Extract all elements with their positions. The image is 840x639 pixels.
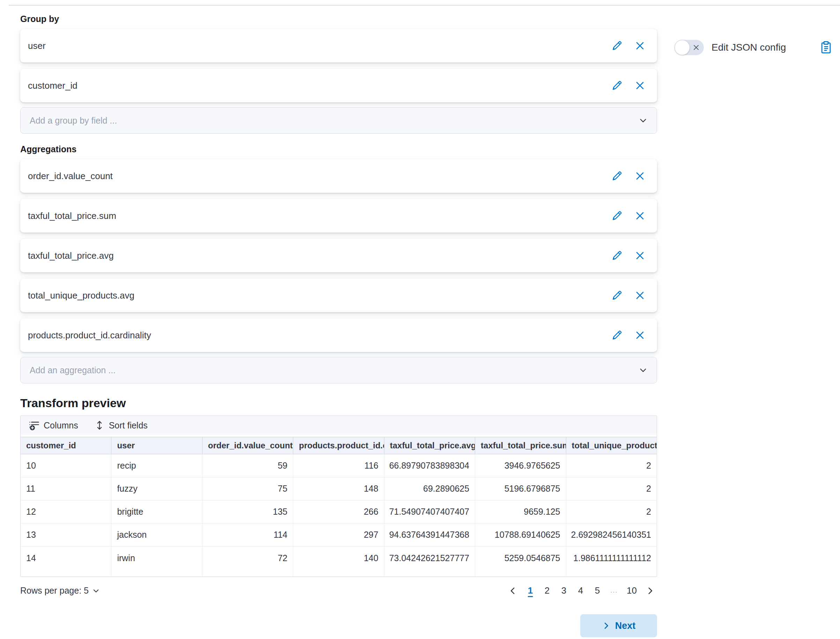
cell-unique-products-avg: 2.692982456140351 [566, 523, 657, 546]
group-by-list: user customer_id [20, 29, 657, 102]
cell-customer-id: 14 [21, 547, 111, 569]
sort-icon [94, 420, 105, 431]
toggle-off-x-icon [692, 44, 700, 51]
cell-price-sum: 5259.0546875 [475, 547, 566, 569]
cell-product-cardinality: 148 [293, 477, 384, 500]
cell-user: irwin [111, 547, 202, 569]
grid-header-row: customer_id user order_id.value_count pr… [21, 437, 657, 454]
field-label: taxful_total_price.sum [28, 211, 612, 221]
field-label: user [28, 40, 612, 51]
add-aggregation-select[interactable]: Add an aggregation ... [20, 357, 657, 383]
pagination-pages: 1 2 3 4 5 ... 10 [524, 583, 639, 598]
sort-fields-button-label: Sort fields [109, 420, 148, 431]
sort-fields-button[interactable]: Sort fields [94, 420, 148, 431]
section-divider [9, 5, 840, 6]
column-header[interactable]: order_id.value_count [203, 437, 293, 454]
copy-to-clipboard-icon[interactable] [819, 41, 833, 54]
pagination-page[interactable]: 4 [574, 583, 587, 598]
chevron-down-icon [638, 116, 648, 125]
cell-user: brigitte [111, 501, 202, 523]
config-column: Group by user customer_id [20, 14, 657, 637]
add-group-by-select[interactable]: Add a group by field ... [20, 107, 657, 134]
rows-per-page-button[interactable]: Rows per page: 5 [20, 586, 100, 596]
cell-customer-id: 11 [21, 477, 111, 500]
next-button[interactable]: Next [580, 614, 657, 637]
cell-price-sum: 5196.6796875 [475, 477, 566, 500]
edit-pencil-icon[interactable] [612, 171, 622, 181]
field-label: taxful_total_price.avg [28, 250, 612, 261]
remove-x-icon[interactable] [635, 330, 645, 340]
field-card: products.product_id.cardinality [20, 318, 657, 352]
pagination: 1 2 3 4 5 ... 10 [506, 583, 657, 598]
cell-order-count: 59 [203, 454, 293, 477]
columns-button-label: Columns [44, 420, 78, 431]
edit-pencil-icon[interactable] [612, 330, 622, 340]
edit-pencil-icon[interactable] [612, 290, 622, 300]
cell-price-sum: 10788.69140625 [475, 523, 566, 546]
chevron-right-icon [602, 622, 610, 630]
edit-pencil-icon[interactable] [612, 40, 622, 51]
cell-user: jackson [111, 523, 202, 546]
table-row: 13 jackson 114 297 94.63764391447368 107… [21, 523, 657, 547]
column-header[interactable]: total_unique_products.a... [566, 437, 657, 454]
cell-price-avg: 66.89790783898304 [384, 454, 475, 477]
remove-x-icon[interactable] [635, 211, 645, 221]
pagination-page[interactable]: 5 [591, 583, 603, 598]
chevron-down-icon [92, 587, 100, 594]
field-card: taxful_total_price.sum [20, 199, 657, 232]
table-row: 14 irwin 72 140 73.04242621527777 5259.0… [21, 547, 657, 569]
grid-body: 10 recip 59 116 66.89790783898304 3946.9… [21, 454, 657, 569]
aggregations-list: order_id.value_count taxful_total_price.… [20, 159, 657, 352]
cell-unique-products-avg: 1.9861111111111112 [566, 547, 657, 569]
pagination-page[interactable]: 10 [625, 583, 639, 598]
remove-x-icon[interactable] [635, 250, 645, 261]
column-header[interactable]: customer_id [21, 437, 111, 454]
remove-x-icon[interactable] [635, 171, 645, 181]
pagination-page[interactable]: 3 [557, 583, 570, 598]
edit-pencil-icon[interactable] [612, 211, 622, 221]
cell-unique-products-avg: 2 [566, 501, 657, 523]
cell-price-avg: 73.04242621527777 [384, 547, 475, 569]
group-by-label: Group by [20, 14, 657, 24]
rows-per-page-label: Rows per page: 5 [20, 586, 89, 596]
pagination-page: ... [608, 585, 621, 596]
add-group-by-placeholder: Add a group by field ... [30, 116, 638, 126]
grid-toolbar: Columns Sort fields [21, 416, 657, 435]
pagination-page[interactable]: 2 [541, 583, 553, 598]
table-row: 10 recip 59 116 66.89790783898304 3946.9… [21, 454, 657, 477]
next-button-label: Next [615, 620, 636, 631]
toggle-knob [675, 40, 690, 55]
cell-order-count: 114 [203, 523, 293, 546]
columns-button[interactable]: Columns [29, 420, 78, 431]
cell-customer-id: 12 [21, 501, 111, 523]
next-page-chevron-icon[interactable] [643, 584, 657, 598]
cell-order-count: 75 [203, 477, 293, 500]
cell-product-cardinality: 140 [293, 547, 384, 569]
chevron-down-icon [638, 366, 648, 375]
previous-page-chevron-icon[interactable] [506, 584, 520, 598]
column-header[interactable]: user [111, 437, 202, 454]
step-define-panel: Group by user customer_id [0, 0, 840, 637]
cell-customer-id: 10 [21, 454, 111, 477]
cell-order-count: 72 [203, 547, 293, 569]
edit-json-config-label: Edit JSON config [711, 42, 786, 53]
cell-product-cardinality: 266 [293, 501, 384, 523]
column-header[interactable]: taxful_total_price.sum [475, 437, 566, 454]
cell-unique-products-avg: 2 [566, 454, 657, 477]
edit-json-config-row: Edit JSON config [675, 40, 833, 55]
table-row: 11 fuzzy 75 148 69.2890625 5196.6796875 … [21, 477, 657, 501]
column-header[interactable]: products.product_id.car... [293, 437, 384, 454]
remove-x-icon[interactable] [635, 80, 645, 91]
field-card: order_id.value_count [20, 159, 657, 193]
remove-x-icon[interactable] [635, 290, 645, 300]
field-label: total_unique_products.avg [28, 290, 612, 301]
edit-pencil-icon[interactable] [612, 80, 622, 91]
remove-x-icon[interactable] [635, 40, 645, 51]
add-aggregation-placeholder: Add an aggregation ... [30, 365, 638, 375]
field-label: products.product_id.cardinality [28, 330, 612, 341]
edit-pencil-icon[interactable] [612, 250, 622, 261]
field-label: order_id.value_count [28, 171, 612, 181]
column-header[interactable]: taxful_total_price.avg [384, 437, 475, 454]
edit-json-toggle[interactable] [675, 40, 704, 55]
pagination-page[interactable]: 1 [524, 583, 537, 598]
